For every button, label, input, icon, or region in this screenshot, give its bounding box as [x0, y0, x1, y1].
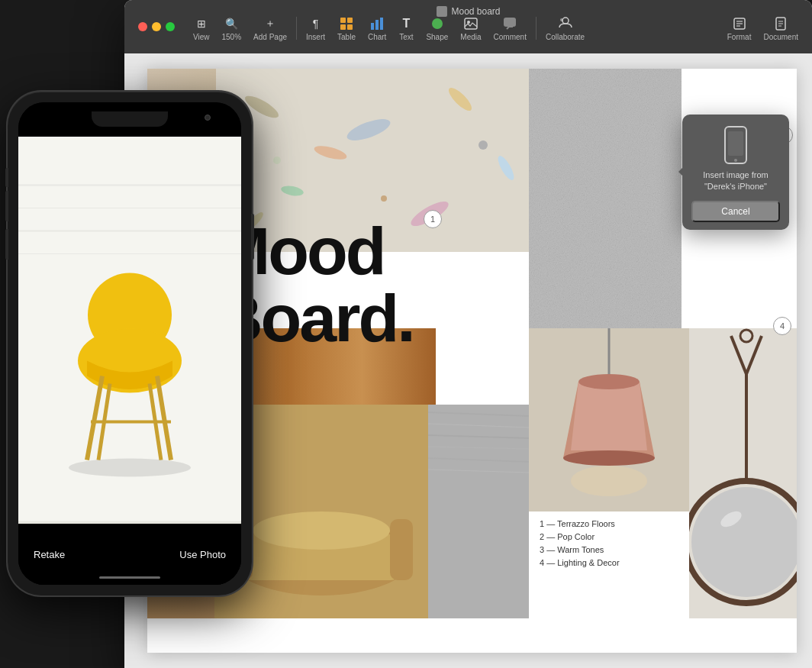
table-button[interactable]: Table: [331, 13, 362, 44]
svg-point-64: [734, 159, 737, 162]
separator-2: [536, 17, 536, 40]
svg-rect-35: [529, 69, 682, 328]
iphone-camera-icon: [205, 115, 211, 121]
list-item-3: 3 — Warm Tones: [540, 545, 678, 554]
document-label: Document: [763, 33, 798, 41]
chart-icon: [369, 16, 385, 31]
view-label: View: [193, 33, 210, 41]
svg-rect-10: [504, 18, 516, 27]
add-page-icon: ＋: [263, 16, 278, 31]
chart-button[interactable]: Chart: [362, 13, 392, 44]
view-icon: ⊞: [194, 16, 209, 31]
svg-point-51: [578, 374, 640, 389]
minimize-button[interactable]: [152, 22, 161, 31]
use-photo-button[interactable]: Use Photo: [179, 549, 226, 560]
format-label: Format: [727, 33, 752, 41]
collaborate-button[interactable]: Collaborate: [540, 13, 591, 44]
insert-label: Insert: [306, 33, 325, 41]
iphone-volume-up-button: [5, 191, 8, 221]
page-number-4: 4: [773, 317, 791, 335]
iphone-screen: Retake Use Photo: [18, 102, 241, 585]
svg-point-12: [560, 18, 563, 21]
format-icon: [732, 16, 747, 31]
add-page-label: Add Page: [253, 33, 287, 41]
toolbar: ⊞ View 🔍 150% ＋ Add Page ¶ Insert: [187, 13, 804, 44]
view-button[interactable]: ⊞ View: [187, 13, 216, 44]
fullscreen-button[interactable]: [166, 22, 175, 31]
popup-title-text: Insert image from: [703, 170, 768, 179]
title-text: Mood board: [451, 6, 500, 17]
svg-point-60: [691, 487, 797, 597]
collaborate-label: Collaborate: [546, 33, 585, 41]
list-item-2: 2 — Pop Color: [540, 532, 678, 541]
media-icon: [463, 16, 478, 31]
svg-point-9: [467, 21, 470, 24]
shape-button[interactable]: Shape: [420, 13, 454, 44]
collaborate-icon: [558, 16, 573, 31]
iphone-power-button: [251, 214, 254, 260]
svg-point-53: [571, 466, 647, 496]
insert-icon: ¶: [308, 16, 324, 31]
iphone-silent-switch: [5, 168, 8, 187]
popup-title: Insert image from "Derek's iPhone": [691, 169, 780, 193]
toolbar-right: Format Document: [721, 13, 804, 44]
window-title: Mood board: [436, 6, 500, 17]
comment-label: Comment: [494, 33, 527, 41]
retake-button[interactable]: Retake: [34, 549, 65, 560]
svg-point-31: [381, 195, 387, 202]
svg-rect-63: [728, 131, 743, 156]
svg-rect-0: [340, 18, 346, 23]
image-cell-gray: [529, 69, 682, 328]
iphone-volume-down-button: [5, 229, 8, 260]
popup-phone-icon-container: [691, 125, 780, 165]
zoom-label: 150%: [222, 33, 242, 41]
pages-icon: [436, 6, 446, 17]
iphone-device: Retake Use Photo: [0, 92, 275, 641]
shape-icon: [430, 16, 445, 31]
chart-label: Chart: [368, 33, 386, 41]
separator-1: [296, 17, 297, 40]
svg-point-52: [563, 450, 655, 466]
zoom-button[interactable]: 🔍 150%: [216, 13, 248, 44]
text-label: Text: [399, 33, 413, 41]
image-cell-mirror: [689, 328, 797, 618]
close-button[interactable]: [138, 22, 147, 31]
camera-bottom-bar: Retake Use Photo: [18, 524, 241, 585]
table-label: Table: [337, 33, 356, 41]
add-page-button[interactable]: ＋ Add Page: [247, 13, 293, 44]
format-button[interactable]: Format: [721, 13, 758, 44]
traffic-lights: [138, 22, 175, 31]
table-icon: [339, 16, 354, 31]
comment-button[interactable]: Comment: [488, 13, 533, 44]
text-button[interactable]: T Text: [392, 13, 420, 44]
iphone-body: Retake Use Photo: [8, 92, 252, 595]
svg-rect-7: [432, 18, 443, 29]
svg-rect-1: [347, 18, 353, 23]
list-area: 1 — Terrazzo Floors 2 — Pop Color 3 — Wa…: [529, 511, 689, 618]
list-item-4: 4 — Lighting & Decor: [540, 558, 678, 567]
media-label: Media: [460, 33, 481, 41]
svg-point-77: [69, 459, 191, 477]
svg-rect-8: [465, 18, 477, 29]
popup-source-text: "Derek's iPhone": [704, 182, 767, 191]
svg-point-11: [562, 18, 569, 24]
document-button[interactable]: Document: [757, 13, 804, 44]
svg-rect-4: [371, 23, 374, 30]
zoom-icon: 🔍: [224, 16, 239, 31]
svg-point-30: [478, 140, 488, 150]
page-number-1: 1: [424, 210, 442, 228]
media-button[interactable]: Media: [454, 13, 487, 44]
popup-cancel-button[interactable]: Cancel: [691, 201, 780, 222]
insert-button[interactable]: ¶ Insert: [300, 13, 331, 44]
image-cell-fur: [428, 405, 529, 618]
svg-rect-5: [375, 20, 379, 30]
text-icon: T: [398, 16, 414, 31]
camera-photo-preview: [18, 137, 241, 524]
image-cell-lamp: [529, 328, 689, 511]
insert-image-popup: Insert image from "Derek's iPhone" Cance…: [682, 115, 789, 230]
iphone-notch: [92, 111, 168, 127]
svg-rect-6: [380, 18, 383, 30]
svg-rect-2: [340, 24, 346, 30]
camera-screen: Retake Use Photo: [18, 102, 241, 585]
list-item-1: 1 — Terrazzo Floors: [540, 519, 678, 528]
